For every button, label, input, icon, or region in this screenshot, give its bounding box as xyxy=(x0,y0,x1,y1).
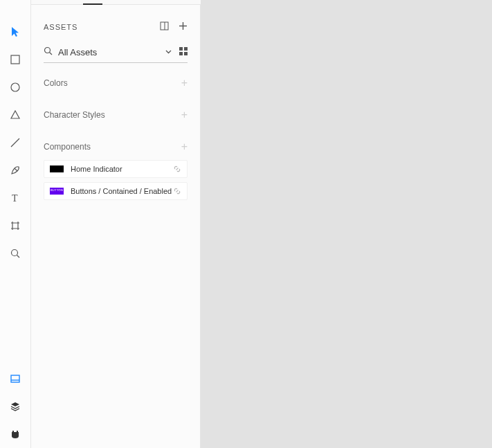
link-icon xyxy=(173,187,181,195)
chevron-down-icon[interactable] xyxy=(165,46,172,58)
text-icon: T xyxy=(10,192,21,204)
asset-filter-row: All Assets xyxy=(44,46,188,63)
panel-icon xyxy=(10,373,21,384)
svg-rect-16 xyxy=(179,52,183,55)
grid-icon xyxy=(179,47,188,55)
svg-line-2 xyxy=(11,138,19,147)
svg-rect-15 xyxy=(184,47,188,51)
asset-filter-dropdown[interactable]: All Assets xyxy=(58,47,165,57)
rectangle-tool[interactable] xyxy=(0,46,31,73)
asset-swatch xyxy=(50,188,64,195)
asset-item-label: Home Indicator xyxy=(71,165,173,173)
svg-point-1 xyxy=(11,83,19,91)
asset-item-home-indicator[interactable]: Home Indicator xyxy=(44,160,188,178)
svg-text:T: T xyxy=(12,193,18,204)
rectangle-icon xyxy=(10,54,21,65)
line-icon xyxy=(10,137,21,148)
polygon-tool[interactable] xyxy=(0,101,31,129)
plugin-icon xyxy=(10,429,21,440)
asset-item-label: Buttons / Contained / Enabled xyxy=(71,187,173,195)
add-asset-button[interactable] xyxy=(179,21,188,33)
left-toolbar: T xyxy=(0,0,31,448)
asset-swatch xyxy=(50,165,64,172)
plus-icon xyxy=(179,21,188,30)
ellipse-tool[interactable] xyxy=(0,73,31,101)
artboard-icon xyxy=(10,220,21,231)
character-styles-label: Character Styles xyxy=(44,110,105,120)
canvas[interactable]: Signup Welcome Back! QJUMP SCAN PAY User… xyxy=(201,0,492,448)
cursor-icon xyxy=(10,26,21,37)
svg-rect-0 xyxy=(11,55,19,64)
grid-view-button[interactable] xyxy=(179,46,188,58)
pen-icon xyxy=(10,165,21,176)
triangle-icon xyxy=(10,109,21,120)
list-toggle-button[interactable] xyxy=(160,21,169,33)
svg-rect-17 xyxy=(184,52,188,55)
panel-title: ASSETS xyxy=(44,23,78,31)
pen-tool[interactable] xyxy=(0,156,31,184)
text-tool[interactable]: T xyxy=(0,184,31,212)
active-tab-underline xyxy=(83,3,102,5)
colors-category[interactable]: Colors + xyxy=(44,77,188,89)
components-label: Components xyxy=(44,142,91,152)
select-tool[interactable] xyxy=(0,18,31,46)
asset-item-button-contained[interactable]: Buttons / Contained / Enabled xyxy=(44,182,188,200)
character-styles-category[interactable]: Character Styles + xyxy=(44,109,188,121)
artboard-tool[interactable] xyxy=(0,212,31,240)
components-category[interactable]: Components + xyxy=(44,141,188,153)
line-tool[interactable] xyxy=(0,129,31,156)
layers-icon xyxy=(10,401,21,412)
add-character-style-button[interactable]: + xyxy=(181,109,188,121)
add-component-button[interactable]: + xyxy=(181,141,188,153)
add-color-button[interactable]: + xyxy=(181,77,188,89)
svg-line-13 xyxy=(50,53,53,55)
search-icon xyxy=(10,248,21,259)
svg-rect-14 xyxy=(179,47,183,51)
assets-panel: ASSETS All Assets Colors xyxy=(31,0,201,448)
svg-point-4 xyxy=(12,250,18,256)
bottom-tools xyxy=(0,365,31,448)
link-icon xyxy=(173,165,181,173)
svg-point-12 xyxy=(45,48,51,53)
panel-header: ASSETS xyxy=(44,21,188,33)
ellipse-icon xyxy=(10,82,21,93)
plugins-panel-button[interactable] xyxy=(0,420,31,448)
assets-panel-button[interactable] xyxy=(0,365,31,393)
search-icon xyxy=(44,46,53,58)
zoom-tool[interactable] xyxy=(0,240,31,267)
colors-label: Colors xyxy=(44,78,68,88)
layers-panel-button[interactable] xyxy=(0,393,31,420)
svg-rect-6 xyxy=(11,375,19,382)
list-toggle-icon xyxy=(160,21,169,30)
app-root: T ASSETS xyxy=(0,0,492,448)
svg-line-5 xyxy=(17,256,20,258)
